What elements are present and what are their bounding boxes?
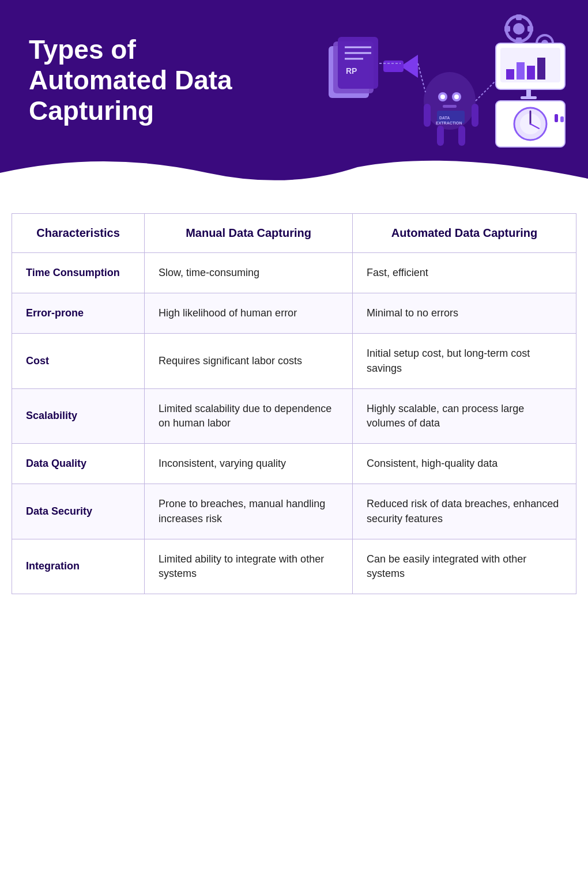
comparison-table: Characteristics Manual Data Capturing Au… (12, 213, 576, 594)
characteristic-cell: Data Quality (12, 444, 145, 484)
manual-cell: Limited scalability due to dependence on… (145, 388, 353, 443)
header-section: Types of Automated Data Capturing RP (0, 0, 588, 196)
manual-cell: High likelihood of human error (145, 293, 353, 334)
table-row: Time ConsumptionSlow, time-consumingFast… (12, 253, 576, 293)
svg-rect-32 (506, 69, 514, 80)
svg-rect-37 (521, 96, 537, 99)
svg-rect-27 (472, 104, 478, 127)
col-characteristics-header: Characteristics (12, 214, 145, 253)
characteristic-cell: Integration (12, 539, 145, 594)
characteristic-cell: Error-prone (12, 293, 145, 334)
svg-line-46 (418, 63, 425, 92)
svg-rect-26 (424, 104, 431, 127)
svg-rect-35 (537, 58, 545, 80)
svg-text:EXTRACTION: EXTRACTION (436, 121, 462, 125)
header-title: Types of Automated Data Capturing (29, 35, 248, 126)
svg-rect-22 (443, 105, 457, 108)
svg-rect-3 (516, 37, 522, 43)
svg-point-21 (454, 95, 459, 99)
col-automated-header: Automated Data Capturing (353, 214, 576, 253)
automated-cell: Consistent, high-quality data (353, 444, 576, 484)
table-container: Characteristics Manual Data Capturing Au… (0, 196, 588, 611)
table-row: CostRequires significant labor costsInit… (12, 334, 576, 388)
svg-rect-34 (527, 66, 535, 80)
svg-text:RP: RP (346, 66, 357, 75)
automated-cell: Highly scalable, can process large volum… (353, 388, 576, 443)
table-row: IntegrationLimited ability to integrate … (12, 539, 576, 594)
automated-cell: Initial setup cost, but long-term cost s… (353, 334, 576, 388)
automated-cell: Can be easily integrated with other syst… (353, 539, 576, 594)
characteristic-cell: Scalability (12, 388, 145, 443)
svg-rect-10 (338, 37, 378, 89)
automated-cell: Reduced risk of data breaches, enhanced … (353, 484, 576, 539)
svg-rect-36 (526, 89, 531, 97)
svg-text:DATA: DATA (439, 116, 450, 120)
table-row: Data SecurityProne to breaches, manual h… (12, 484, 576, 539)
manual-cell: Prone to breaches, manual handling incre… (145, 484, 353, 539)
manual-cell: Slow, time-consuming (145, 253, 353, 293)
svg-rect-43 (555, 114, 558, 122)
svg-rect-2 (516, 14, 522, 20)
svg-rect-4 (504, 26, 510, 32)
manual-cell: Inconsistent, varying quality (145, 444, 353, 484)
automated-cell: Minimal to no errors (353, 293, 576, 334)
characteristic-cell: Cost (12, 334, 145, 388)
table-row: Error-proneHigh likelihood of human erro… (12, 293, 576, 334)
svg-point-1 (513, 23, 525, 35)
table-row: ScalabilityLimited scalability due to de… (12, 388, 576, 443)
manual-cell: Requires significant labor costs (145, 334, 353, 388)
svg-point-20 (440, 95, 445, 99)
svg-rect-44 (560, 116, 564, 122)
table-row: Data QualityInconsistent, varying qualit… (12, 444, 576, 484)
svg-rect-29 (458, 126, 465, 146)
characteristic-cell: Time Consumption (12, 253, 145, 293)
svg-rect-28 (437, 126, 444, 146)
svg-rect-33 (517, 62, 525, 80)
automated-cell: Fast, efficient (353, 253, 576, 293)
col-manual-header: Manual Data Capturing (145, 214, 353, 253)
manual-cell: Limited ability to integrate with other … (145, 539, 353, 594)
svg-rect-16 (383, 61, 404, 72)
header-wave (0, 150, 588, 196)
svg-line-47 (476, 81, 496, 101)
characteristic-cell: Data Security (12, 484, 145, 539)
svg-rect-5 (527, 26, 533, 32)
